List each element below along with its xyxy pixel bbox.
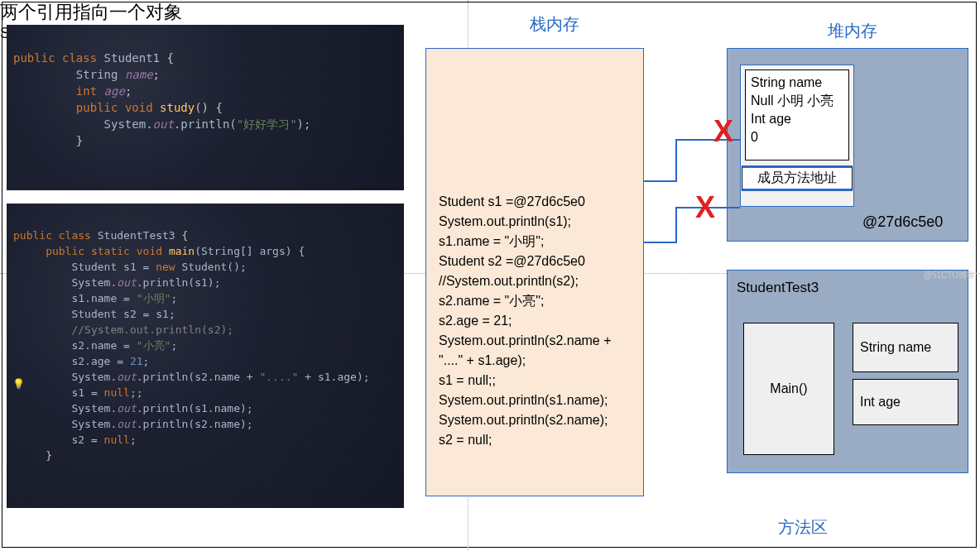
x-mark-2: X [695, 190, 715, 225]
method-area-title: 方法区 [778, 516, 828, 539]
conn-s1-v1 [675, 139, 677, 182]
lightbulb-icon: 💡 [12, 378, 25, 390]
stack-content: Student s1 =@27d6c5e0 System.out.println… [439, 172, 612, 450]
watermark: @51CTO博客 [924, 270, 975, 281]
object-address: @27d6c5e0 [862, 213, 943, 231]
method-area-classname: StudentTest3 [737, 280, 819, 296]
code-block-student1: public class Student1 { String name; int… [7, 25, 404, 190]
x-mark-1: X [713, 114, 733, 149]
code-block-studenttest3: public class StudentTest3 { public stati… [7, 204, 404, 508]
method-address-box: 成员方法地址 [742, 165, 853, 191]
conn-s2-v1 [675, 207, 677, 243]
field-string-name: String name [853, 323, 958, 372]
stack-title: 栈内存 [530, 13, 579, 36]
heap-title: 堆内存 [828, 20, 877, 42]
conn-s2-h1 [644, 242, 677, 243]
conn-s1-h1 [644, 180, 677, 182]
field-int-age: Int age [853, 379, 958, 425]
main-method-box: Main() [743, 323, 834, 455]
student-object-fields: String name Null 小明 小亮 Int age 0 [745, 69, 849, 161]
